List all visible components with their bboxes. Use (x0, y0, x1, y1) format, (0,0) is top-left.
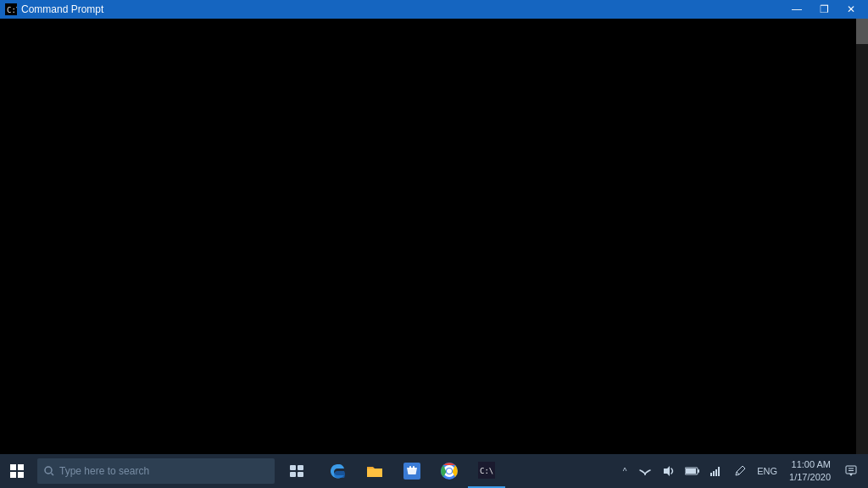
pen-icon[interactable] (728, 454, 752, 488)
svg-rect-20 (686, 469, 696, 474)
minimize-button[interactable]: — (783, 0, 810, 19)
window-title: Command Prompt (21, 3, 103, 15)
svg-rect-5 (298, 465, 303, 470)
start-button[interactable] (0, 454, 34, 488)
scrollbar-thumb[interactable] (856, 19, 868, 44)
search-placeholder: Type here to search (59, 465, 149, 477)
svg-rect-6 (290, 472, 296, 477)
title-bar: C:\ Command Prompt — ❐ ✕ (0, 0, 868, 19)
svg-text:C:\: C:\ (480, 467, 493, 475)
task-view-button[interactable] (278, 454, 315, 488)
svg-point-17 (644, 474, 646, 475)
svg-line-3 (52, 474, 54, 476)
notification-button[interactable] (837, 454, 865, 488)
cmd-title-icon: C:\ (5, 3, 17, 15)
svg-marker-18 (664, 466, 670, 476)
volume-icon[interactable] (657, 454, 681, 488)
close-button[interactable]: ✕ (837, 0, 865, 19)
battery-icon[interactable] (681, 454, 704, 488)
svg-text:C:\: C:\ (7, 6, 17, 14)
clock-date: 1/17/2020 (789, 471, 831, 484)
svg-rect-25 (718, 467, 720, 476)
svg-rect-23 (713, 471, 715, 476)
folder-icon (365, 462, 384, 480)
svg-line-26 (737, 472, 739, 474)
scrollbar[interactable] (856, 19, 868, 454)
clock-time: 11:00 AM (792, 458, 831, 471)
svg-rect-9 (409, 466, 411, 469)
svg-rect-27 (846, 466, 856, 474)
taskbar-app-chrome[interactable] (431, 454, 468, 488)
edge-icon (328, 462, 347, 480)
system-tray: ^ (616, 454, 868, 488)
store-icon (403, 462, 421, 480)
svg-rect-21 (698, 469, 699, 473)
restore-button[interactable]: ❐ (810, 0, 837, 19)
svg-rect-24 (715, 469, 717, 476)
cmd-taskbar-icon: C:\ (477, 461, 496, 480)
svg-rect-4 (290, 465, 296, 470)
svg-rect-22 (710, 473, 712, 476)
svg-rect-10 (413, 466, 415, 469)
chrome-icon (440, 462, 459, 480)
language-button[interactable]: ENG (752, 454, 782, 488)
svg-point-14 (447, 469, 452, 474)
wifi-bars-icon[interactable] (704, 454, 728, 488)
taskbar-app-store[interactable] (393, 454, 431, 488)
taskbar-app-cmd[interactable]: C:\ (468, 454, 505, 488)
taskbar: Type here to search (0, 454, 868, 488)
clock[interactable]: 11:00 AM 1/17/2020 (782, 454, 837, 488)
taskbar-app-file-explorer[interactable] (356, 454, 393, 488)
search-bar[interactable]: Type here to search (37, 458, 275, 484)
svg-rect-7 (298, 472, 303, 477)
windows-logo (10, 464, 24, 478)
title-bar-left: C:\ Command Prompt (5, 3, 103, 15)
network-icon[interactable] (633, 454, 657, 488)
tray-overflow-button[interactable]: ^ (616, 454, 633, 488)
taskbar-app-edge[interactable] (319, 454, 356, 488)
taskbar-apps: C:\ (319, 454, 505, 488)
svg-point-2 (45, 467, 52, 474)
search-icon (44, 466, 54, 476)
cmd-content-area (0, 19, 868, 454)
title-bar-controls: — ❐ ✕ (783, 0, 865, 19)
